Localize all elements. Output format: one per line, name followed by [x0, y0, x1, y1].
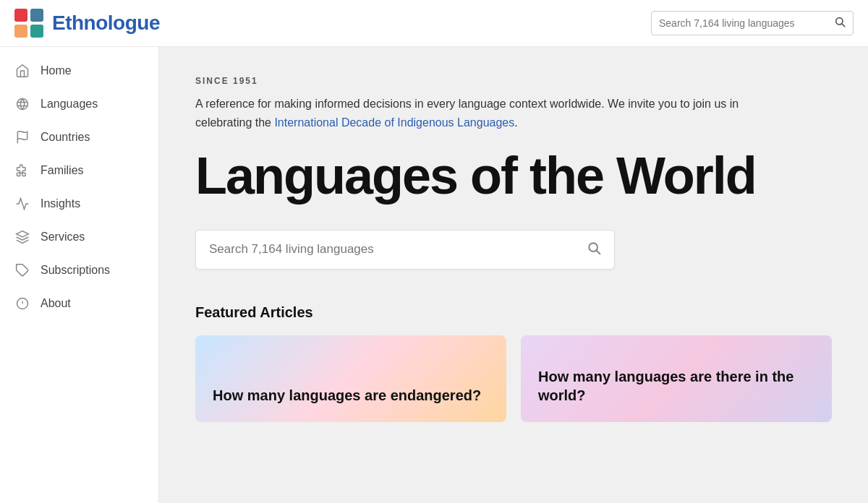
sidebar: Home Languages Countries Families — [0, 47, 159, 503]
articles-grid: How many languages are endangered? How m… — [195, 335, 832, 422]
logo-text: Ethnologue — [52, 12, 160, 35]
chart-icon — [14, 196, 30, 212]
main-search-box[interactable] — [195, 230, 615, 270]
svg-line-5 — [842, 24, 845, 27]
layers-icon — [14, 229, 30, 245]
svg-point-6 — [17, 99, 28, 110]
puzzle-icon — [14, 163, 30, 179]
article-card-endangered[interactable]: How many languages are endangered? — [195, 335, 506, 422]
sidebar-item-insights[interactable]: Insights — [0, 187, 158, 220]
tag-icon — [14, 262, 30, 278]
sidebar-item-countries[interactable]: Countries — [0, 121, 158, 154]
sidebar-label-subscriptions: Subscriptions — [41, 264, 110, 277]
sidebar-item-home[interactable]: Home — [0, 54, 158, 87]
header: Ethnologue — [0, 0, 868, 47]
svg-rect-3 — [30, 25, 43, 38]
sidebar-item-services[interactable]: Services — [0, 220, 158, 254]
svg-line-16 — [597, 251, 600, 254]
since-label: SINCE 1951 — [195, 76, 832, 86]
globe-icon — [14, 96, 30, 112]
home-icon — [14, 63, 30, 79]
main-content: SINCE 1951 A reference for making inform… — [159, 47, 868, 503]
tagline-suffix: . — [514, 116, 517, 129]
sidebar-label-languages: Languages — [41, 98, 98, 111]
sidebar-label-services: Services — [41, 231, 85, 244]
sidebar-label-home: Home — [41, 64, 72, 77]
main-search-icon[interactable] — [587, 241, 601, 259]
svg-rect-2 — [14, 25, 27, 38]
main-search-input[interactable] — [209, 242, 587, 257]
header-search-icon[interactable] — [834, 16, 846, 30]
sidebar-label-countries: Countries — [41, 131, 90, 144]
sidebar-label-insights: Insights — [41, 197, 80, 210]
sidebar-label-families: Families — [41, 164, 84, 177]
article-card-title-world: How many languages are there in the worl… — [538, 367, 814, 405]
flag-icon — [14, 129, 30, 145]
sidebar-item-languages[interactable]: Languages — [0, 87, 158, 121]
featured-section-label: Featured Articles — [195, 304, 832, 321]
svg-rect-1 — [30, 9, 43, 22]
article-card-title-endangered: How many languages are endangered? — [213, 386, 481, 405]
sidebar-label-about: About — [41, 297, 71, 310]
sidebar-item-subscriptions[interactable]: Subscriptions — [0, 254, 158, 287]
svg-rect-0 — [14, 9, 27, 22]
header-search-box[interactable] — [651, 11, 854, 35]
svg-marker-10 — [17, 231, 29, 237]
header-search-input[interactable] — [659, 17, 834, 29]
hero-title: Languages of the World — [195, 149, 832, 204]
page-layout: Home Languages Countries Families — [0, 47, 868, 503]
info-icon — [14, 296, 30, 311]
article-card-world[interactable]: How many languages are there in the worl… — [521, 335, 832, 422]
logo-icon — [14, 9, 43, 38]
logo-area: Ethnologue — [14, 9, 160, 38]
tagline: A reference for making informed decision… — [195, 95, 788, 132]
indigenous-languages-link[interactable]: International Decade of Indigenous Langu… — [274, 116, 514, 129]
sidebar-item-about[interactable]: About — [0, 287, 158, 320]
sidebar-item-families[interactable]: Families — [0, 154, 158, 187]
